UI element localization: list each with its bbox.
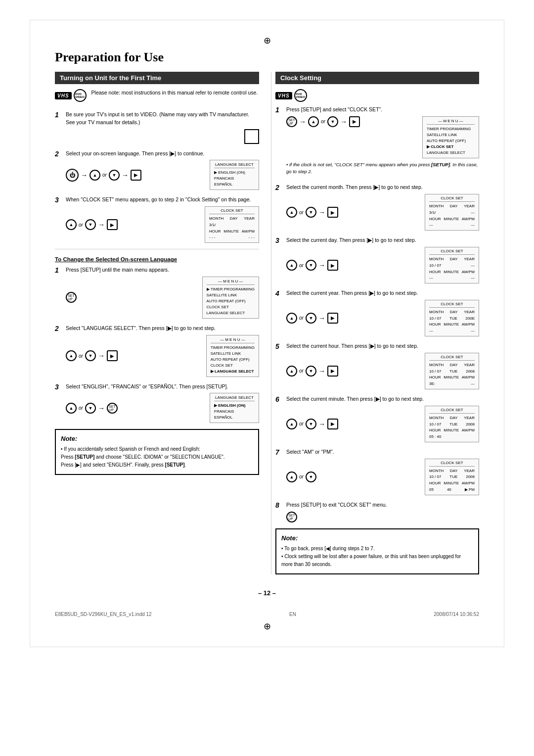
play-btn-icon-2: ▶	[107, 219, 118, 230]
clock-step1-note: • If the clock is not set, "CLOCK SET" m…	[286, 161, 479, 176]
step-2: 2 Select your on-screen language. Then p…	[55, 150, 259, 190]
setup-btn-sub3: SETUP	[107, 403, 118, 414]
menu-cs1-title: — M E N U —	[427, 119, 475, 125]
page-title: Preparation for Use	[55, 50, 479, 65]
cs3-title: CLOCK SET	[429, 249, 475, 255]
clock-step-6: 6 Select the current minute. Then press …	[275, 395, 479, 442]
arr-cs4: →	[318, 314, 325, 322]
step2-diagram: ⏻ → ▲ or ▼ → ▶	[66, 169, 141, 182]
substep-text-1: Press [SETUP] until the main menu appear…	[66, 266, 259, 274]
clock-step-content-1: Press [SETUP] and select "CLOCK SET". SE…	[286, 106, 479, 178]
clock-step-num-1: 1	[275, 106, 282, 114]
clock-step-text-5: Select the current hour. Then press [▶] …	[286, 342, 479, 350]
divider	[55, 249, 259, 249]
substep-content-2: Select "LANGUAGE SELECT". Then press [▶]…	[66, 325, 259, 377]
dvd-logo: DVDVIDEO	[74, 89, 87, 102]
section-header-left: Turning on Unit for the First Time	[55, 72, 259, 84]
menu-screen-1: — M E N U — TIMER PROGRAMMING SATELLITE …	[202, 277, 259, 319]
clock-screen-title: CLOCK SET	[209, 208, 255, 214]
down-cs3: ▼	[306, 260, 316, 271]
clock-screen-cs3: CLOCK SET MONTHDAYYEAR 10 / 07--- HOURMI…	[425, 247, 479, 284]
step-text-3: When "CLOCK SET" menu appears, go to ste…	[66, 196, 259, 204]
footer-lang: EN	[289, 612, 296, 617]
clock-step-text-4: Select the current year. Then press [▶] …	[286, 289, 479, 297]
arr-cs3: →	[318, 261, 325, 269]
up-icon-cs1: ▲	[308, 116, 319, 127]
menu-item-clock-1: CLOCK SET	[207, 304, 255, 310]
down-btn-icon: ▼	[109, 170, 120, 181]
menu-item-lang-1: LANGUAGE SELECT	[207, 310, 255, 316]
clock-row-vals: 3/1/	[209, 222, 255, 229]
video-input-box	[244, 129, 259, 144]
substep-content-3: Select "ENGLISH", "FRANCAIS" or "ESPAÑOL…	[66, 383, 259, 424]
clock-screen-cs6: CLOCK SET MONTHDAYYEAR 10 / 07TUE2008 HO…	[425, 406, 479, 442]
clock-step-text-6: Select the current minute. Then press [▶…	[286, 395, 479, 403]
step-1: 1 Be sure your TV's input is set to VIDE…	[55, 111, 259, 144]
step-content-3: When "CLOCK SET" menu appears, go to ste…	[66, 196, 259, 243]
down-btn-icon-2: ▼	[85, 219, 96, 230]
substep2-diagram: ▲ or ▼ → ▶	[66, 350, 118, 361]
cs5-title: CLOCK SET	[429, 355, 475, 361]
intro-text: Please note: most instructions in this m…	[91, 89, 258, 97]
arr-cs6: →	[318, 420, 325, 428]
step-text-2: Select your on-screen language. Then pre…	[66, 150, 259, 158]
play-cs6: ▶	[327, 419, 338, 429]
menu-cs1-sat: SATELLITE LINK	[427, 132, 475, 138]
note-box-right: Note: • To go back, press [◀] during ste…	[275, 528, 479, 574]
footer-left: E8EB5UD_SD-V296KU_EN_ES_v1.indd 12	[55, 612, 152, 617]
or-cs3: or	[299, 263, 304, 268]
menu-cs1-lang: LANGUAGE SELECT	[427, 150, 475, 156]
arrow-2: →	[122, 171, 129, 179]
up-btn-sub3: ▲	[66, 403, 77, 414]
arrow-1: →	[81, 171, 88, 179]
up-btn-sub2: ▲	[66, 350, 77, 361]
clock-step-text-7: Select "AM" or "PM".	[286, 448, 479, 456]
clock-step-text-1: Press [SETUP] and select "CLOCK SET".	[286, 106, 479, 114]
clock-step-content-6: Select the current minute. Then press [▶…	[286, 395, 479, 442]
down-cs4: ▼	[306, 313, 316, 324]
down-cs5: ▼	[306, 366, 316, 377]
main-steps-list: 1 Be sure your TV's input is set to VIDE…	[55, 111, 259, 243]
clock-step-num-5: 5	[275, 342, 282, 350]
arrow-3: →	[98, 221, 105, 229]
clock-step-content-3: Select the current day. Then press [▶] t…	[286, 236, 479, 284]
clock-step-3: 3 Select the current day. Then press [▶]…	[275, 236, 479, 284]
screen-item-espanol: ESPAÑOL	[214, 182, 255, 188]
section-header-right: Clock Setting	[275, 72, 479, 84]
menu-cs1-auto: AUTO REPEAT (OFF)	[427, 138, 475, 144]
dvd-logo-right: DVDVIDEO	[294, 89, 307, 102]
up-cs7: ▲	[286, 472, 297, 482]
menu-item-satellite-2: SATELLITE LINK	[211, 351, 255, 357]
subsection-title: To Change the Selected On-screen Languag…	[55, 256, 259, 262]
menu-screen-title-2: — M E N U —	[211, 337, 255, 343]
menu-item-timer-1: TIMER PROGRAMMING	[207, 286, 255, 292]
menu-cs1-timer: TIMER PROGRAMMING	[427, 126, 475, 132]
clock-screen-cs5: CLOCK SET MONTHDAYYEAR 10 / 07TUE2008 HO…	[425, 353, 479, 389]
play-cs5: ▶	[327, 366, 338, 377]
vhs-badge-right: VHS DVDVIDEO	[275, 89, 307, 102]
cs4-title: CLOCK SET	[429, 302, 475, 308]
screen-item-english: ENGLISH (ON)	[214, 170, 255, 176]
menu-item-timer-2: TIMER PROGRAMMING	[211, 345, 255, 351]
bottom-registration-mark: ⊕	[55, 621, 479, 632]
play-cs4: ▶	[327, 313, 338, 324]
setup-icon-cs8: SETUP	[286, 512, 297, 522]
or-1: or	[102, 172, 107, 178]
clock-step-text-3: Select the current day. Then press [▶] t…	[286, 236, 479, 244]
substep-text-3: Select "ENGLISH", "FRANCAIS" or "ESPAÑOL…	[66, 383, 259, 391]
substep-num-3: 3	[55, 383, 62, 391]
clock-step-content-4: Select the current year. Then press [▶] …	[286, 289, 479, 336]
page-number: – 12 –	[55, 589, 479, 597]
note-title-left: Note:	[61, 435, 253, 442]
clock-step-7: 7 Select "AM" or "PM". ▲ or ▼ CLOCK SET	[275, 448, 479, 495]
clock-step-1: 1 Press [SETUP] and select "CLOCK SET". …	[275, 106, 479, 178]
menu-item-auto-2: AUTO REPEAT (OFF)	[211, 357, 255, 363]
up-btn-icon: ▲	[89, 170, 100, 181]
down-cs7: ▼	[306, 472, 316, 482]
play-icon-cs1: ▶	[349, 116, 360, 127]
or-cs1: or	[321, 119, 325, 124]
clock-screen-cs7: CLOCK SET MONTHDAYYEAR 10 / 07TUE2008 HO…	[425, 459, 479, 495]
or-cs4: or	[299, 315, 304, 321]
substep1-diagram: SETUP	[66, 292, 77, 303]
step-content-1: Be sure your TV's input is set to VIDEO.…	[66, 111, 259, 144]
